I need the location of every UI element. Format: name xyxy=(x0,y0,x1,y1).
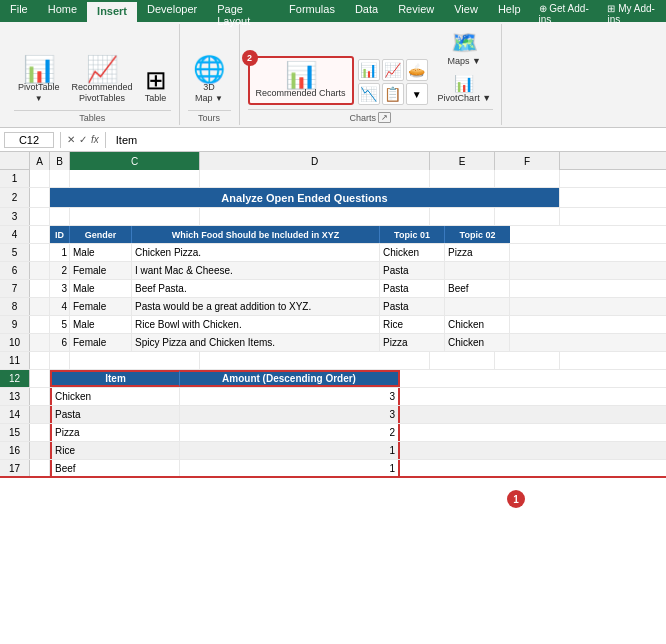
table-icon: ⊞ xyxy=(145,67,167,93)
corner-cell xyxy=(0,152,30,170)
cell-5-topic1: Chicken xyxy=(380,244,445,261)
col-header-d[interactable]: D xyxy=(200,152,430,170)
row-10: 10 6 Female Spicy Pizza and Chicken Item… xyxy=(0,334,666,352)
line-chart-button[interactable]: 📈 xyxy=(382,59,404,81)
maps-button[interactable]: 🗺️ Maps ▼ xyxy=(436,28,493,68)
cell-10-response: Spicy Pizza and Chicken Items. xyxy=(132,334,380,351)
row-8: 8 4 Female Pasta would be a great additi… xyxy=(0,298,666,316)
cancel-icon[interactable]: ✕ xyxy=(67,134,75,145)
recommended-charts-label: Recommended Charts xyxy=(256,88,346,99)
cell-reference-box[interactable]: C12 xyxy=(4,132,54,148)
row-num-14: 14 xyxy=(0,406,30,423)
row-4: 4 ID Gender Which Food Should be Include… xyxy=(0,226,666,244)
recommended-charts-button[interactable]: 📊 Recommended Charts xyxy=(248,56,354,105)
row-num-5: 5 xyxy=(0,244,30,261)
tab-page-layout[interactable]: Page Layout xyxy=(207,0,279,22)
cell-16-item: Rice xyxy=(50,442,180,459)
header-topic1: Topic 01 xyxy=(380,226,445,243)
my-add-ins-btn[interactable]: ⊞ My Add-ins xyxy=(599,0,666,22)
row-num-1: 1 xyxy=(0,170,30,187)
bar-chart-button[interactable]: 📊 xyxy=(358,59,380,81)
tab-formulas[interactable]: Formulas xyxy=(279,0,345,22)
col-header-e[interactable]: E xyxy=(430,152,495,170)
cell-17-item: Beef xyxy=(50,460,180,476)
cell-5-topic2: Pizza xyxy=(445,244,510,261)
scatter-chart-button[interactable]: 📉 xyxy=(358,83,380,105)
column-headers: A B C D E F xyxy=(0,152,666,170)
pivot-table-button[interactable]: 📊 PivotTable▼ xyxy=(14,54,64,106)
cell-8-id: 4 xyxy=(50,298,70,315)
row-3: 3 xyxy=(0,208,666,226)
formula-divider2 xyxy=(105,132,106,148)
tab-file[interactable]: File xyxy=(0,0,38,22)
row-17: 17 Beef 1 xyxy=(0,460,666,478)
recommended-pivottables-label: RecommendedPivotTables xyxy=(72,82,133,104)
formula-content[interactable]: Item xyxy=(112,134,662,146)
row-15: 15 Pizza 2 xyxy=(0,424,666,442)
cell-9-topic2: Chicken xyxy=(445,316,510,333)
col-header-b[interactable]: B xyxy=(50,152,70,170)
cell-7-gender: Male xyxy=(70,280,132,297)
pivotchart-label: PivotChart ▼ xyxy=(438,93,491,103)
tab-review[interactable]: Review xyxy=(388,0,444,22)
cell-10-gender: Female xyxy=(70,334,132,351)
row-num-17: 17 xyxy=(0,460,30,476)
tab-view[interactable]: View xyxy=(444,0,488,22)
pivot-table-icon: 📊 xyxy=(23,56,55,82)
tab-home[interactable]: Home xyxy=(38,0,87,22)
row-5: 5 1 Male Chicken Pizza. Chicken Pizza xyxy=(0,244,666,262)
row-6: 6 2 Female I want Mac & Cheese. Pasta xyxy=(0,262,666,280)
table-label: Table xyxy=(145,93,167,104)
cell-5-gender: Male xyxy=(70,244,132,261)
header-id: ID xyxy=(50,226,70,243)
cell-5-response: Chicken Pizza. xyxy=(132,244,380,261)
row-num-10: 10 xyxy=(0,334,30,351)
row-7: 7 3 Male Beef Pasta. Pasta Beef xyxy=(0,280,666,298)
cell-6-topic2 xyxy=(445,262,510,279)
col-header-c[interactable]: C xyxy=(70,152,200,170)
cell-7-topic2: Beef xyxy=(445,280,510,297)
pivotchart-icon: 📊 xyxy=(454,74,474,93)
tab-developer[interactable]: Developer xyxy=(137,0,207,22)
3d-map-button[interactable]: 🌐 3DMap ▼ xyxy=(189,54,229,106)
header-topic2: Topic 02 xyxy=(445,226,510,243)
cell-6-id: 2 xyxy=(50,262,70,279)
row-num-15: 15 xyxy=(0,424,30,441)
cell-7-topic1: Pasta xyxy=(380,280,445,297)
row-2: 2 Analyze Open Ended Questions xyxy=(0,188,666,208)
row-9: 9 5 Male Rice Bowl with Chicken. Rice Ch… xyxy=(0,316,666,334)
cell-9-topic1: Rice xyxy=(380,316,445,333)
summary-header-item: Item xyxy=(50,370,180,387)
pivotchart-button[interactable]: 📊 PivotChart ▼ xyxy=(436,72,493,105)
col-header-a[interactable]: A xyxy=(30,152,50,170)
cell-10-topic2: Chicken xyxy=(445,334,510,351)
maps-label: Maps ▼ xyxy=(448,56,481,66)
3d-map-icon: 🌐 xyxy=(193,56,225,82)
tours-group-label: Tours xyxy=(188,110,231,125)
get-add-ins-btn[interactable]: ⊕ Get Add-ins xyxy=(531,0,600,22)
table-button[interactable]: ⊞ Table xyxy=(141,65,171,106)
recommended-pivottables-button[interactable]: 📈 RecommendedPivotTables xyxy=(68,54,137,106)
cell-14-item: Pasta xyxy=(50,406,180,423)
insert-function-icon[interactable]: fx xyxy=(91,134,99,145)
cell-8-topic2 xyxy=(445,298,510,315)
waterfall-chart-button[interactable]: 📋 xyxy=(382,83,404,105)
tab-help[interactable]: Help xyxy=(488,0,531,22)
cell-6-topic1: Pasta xyxy=(380,262,445,279)
cell-15-item: Pizza xyxy=(50,424,180,441)
tab-data[interactable]: Data xyxy=(345,0,388,22)
row-13: 13 Chicken 3 xyxy=(0,388,666,406)
summary-header-amount: Amount (Descending Order) xyxy=(180,370,400,387)
confirm-icon[interactable]: ✓ xyxy=(79,134,87,145)
3d-map-label: 3DMap ▼ xyxy=(195,82,223,104)
row-num-12: 12 xyxy=(0,370,30,387)
tab-insert[interactable]: Insert xyxy=(87,0,137,22)
row-num-6: 6 xyxy=(0,262,30,279)
row-num-2: 2 xyxy=(0,188,30,207)
row-1: 1 xyxy=(0,170,666,188)
pie-chart-button[interactable]: 🥧 xyxy=(406,59,428,81)
col-header-f[interactable]: F xyxy=(495,152,560,170)
pivot-table-label: PivotTable▼ xyxy=(18,82,60,104)
row-num-13: 13 xyxy=(0,388,30,405)
more-charts-button[interactable]: ▼ xyxy=(406,83,428,105)
